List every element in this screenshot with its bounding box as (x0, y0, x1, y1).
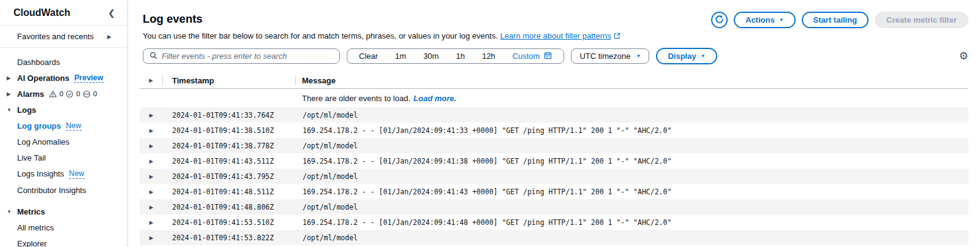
range-1h-button[interactable]: 1h (447, 51, 473, 61)
display-button[interactable]: Display ▼︎ (656, 48, 717, 64)
expand-row-button[interactable]: ▶︎ (140, 158, 163, 164)
start-tailing-button[interactable]: Start tailing (802, 12, 869, 28)
expand-row-button[interactable]: ▶︎ (140, 112, 163, 118)
chevron-down-icon: ▼︎ (7, 107, 17, 113)
caret-down-icon: ▼︎ (636, 53, 641, 59)
timezone-dropdown[interactable]: UTC timezone ▼︎ (571, 48, 649, 64)
table-row: ▶︎ 2024-01-01T09:41:53.510Z 169.254.178.… (140, 215, 968, 230)
external-link-icon (614, 32, 620, 41)
timestamp-column-header: Timestamp (163, 76, 295, 85)
chevron-right-icon: ▶︎ (149, 173, 154, 180)
chevron-right-icon: ▶︎ (7, 75, 17, 81)
refresh-icon (715, 15, 724, 26)
sidebar-item-ai-operations[interactable]: ▶︎ AI Operations Preview (0, 70, 127, 86)
chevron-right-icon: ▶︎ (149, 189, 154, 195)
refresh-button[interactable] (711, 12, 728, 28)
search-icon (149, 51, 157, 61)
log-message: /opt/ml/model (296, 111, 968, 120)
warning-triangle-icon (49, 90, 57, 98)
caret-down-icon: ▼︎ (779, 17, 784, 23)
expand-row-button[interactable]: ▶︎ (140, 127, 163, 134)
filter-events-search[interactable] (143, 48, 340, 64)
chevron-right-icon: ▶︎ (149, 235, 154, 241)
chevron-down-icon: ▼︎ (7, 209, 17, 215)
chevron-right-icon: ▶︎ (7, 91, 17, 97)
alarm-status-counts: 0 0 0 (49, 90, 97, 98)
sidebar-header: CloudWatch ❮︎ (0, 0, 127, 25)
actions-button[interactable]: Actions ▼︎ (734, 12, 796, 28)
app-title: CloudWatch (13, 7, 70, 18)
collapse-sidebar-icon[interactable]: ❮︎ (108, 9, 115, 17)
table-row: ▶︎ 2024-01-01T09:41:38.510Z 169.254.178.… (140, 123, 968, 138)
log-rows: ▶︎ 2024-01-01T09:41:33.764Z /opt/ml/mode… (140, 107, 968, 245)
log-message: /opt/ml/model (296, 142, 968, 150)
time-range-control: Clear 1m 30m 1h 12h Custom (347, 48, 564, 64)
chevron-right-icon: ▶︎ (149, 158, 154, 164)
log-message: 169.254.178.2 - - [01/Jan/2024:09:41:38 … (296, 157, 968, 165)
create-metric-filter-button[interactable]: Create metric filter (875, 12, 968, 28)
header-actions: Actions ▼︎ Start tailing Create metric f… (711, 12, 968, 28)
sidebar-item-alarms[interactable]: ▶︎ Alarms 0 0 0 (0, 86, 127, 102)
preferences-gear-icon[interactable]: ⚙︎ (959, 51, 968, 61)
expand-row-button[interactable]: ▶︎ (140, 235, 163, 241)
chevron-right-icon: ▶︎ (149, 143, 154, 149)
table-row: ▶︎ 2024-01-01T09:41:33.764Z /opt/ml/mode… (140, 107, 968, 123)
sidebar-item-log-anomalies[interactable]: Log Anomalies (0, 134, 127, 150)
sidebar: CloudWatch ❮︎ Favorites and recents ▶︎ D… (0, 0, 128, 247)
new-badge[interactable]: New (66, 121, 81, 131)
log-timestamp: 2024-01-01T09:41:38.510Z (163, 126, 296, 135)
range-30m-button[interactable]: 30m (415, 51, 447, 61)
page-description: You can use the filter bar below to sear… (143, 31, 968, 41)
expand-row-button[interactable]: ▶︎ (140, 189, 163, 195)
clear-range-button[interactable]: Clear (350, 51, 386, 61)
expand-row-button[interactable]: ▶︎ (140, 143, 163, 149)
expand-all-button[interactable]: ▶︎ (140, 77, 162, 83)
chevron-right-icon: ▶︎ (149, 219, 154, 226)
sidebar-item-all-metrics[interactable]: All metrics (0, 219, 127, 235)
log-timestamp: 2024-01-01T09:41:48.511Z (163, 188, 296, 196)
expand-row-button[interactable]: ▶︎ (140, 204, 163, 210)
ok-count: 0 (76, 90, 80, 97)
page-header: Log events You can use the filter bar be… (129, 0, 980, 41)
sidebar-item-dashboards[interactable]: Dashboards (0, 54, 127, 70)
older-events-row: There are older events to load. Load mor… (140, 89, 968, 107)
log-message: /opt/ml/model (296, 203, 968, 211)
log-message: 169.254.178.2 - - [01/Jan/2024:09:41:48 … (296, 218, 968, 227)
chevron-right-icon: ▶︎ (107, 34, 111, 40)
table-row: ▶︎ 2024-01-01T09:41:43.795Z /opt/ml/mode… (140, 169, 968, 184)
table-row: ▶︎ 2024-01-01T09:41:48.806Z /opt/ml/mode… (140, 199, 968, 215)
sidebar-item-log-groups[interactable]: Log groups New (0, 118, 127, 134)
caret-down-icon: ▼︎ (701, 53, 706, 59)
log-timestamp: 2024-01-01T09:41:38.778Z (163, 142, 296, 150)
favorites-label: Favorites and recents (17, 32, 94, 41)
log-message: /opt/ml/model (296, 172, 968, 181)
sidebar-item-live-tail[interactable]: Live Tail (0, 150, 127, 166)
log-timestamp: 2024-01-01T09:41:53.510Z (163, 218, 296, 227)
older-events-text: There are older events to load. (302, 94, 410, 103)
new-badge[interactable]: New (69, 169, 85, 178)
search-input[interactable] (162, 51, 333, 61)
learn-more-link[interactable]: Learn more about filter patterns (500, 31, 611, 40)
custom-range-button[interactable]: Custom (504, 51, 561, 61)
table-row: ▶︎ 2024-01-01T09:41:43.511Z 169.254.178.… (140, 153, 968, 169)
preview-badge[interactable]: Preview (74, 74, 103, 83)
range-12h-button[interactable]: 12h (473, 51, 504, 61)
sidebar-item-logs[interactable]: ▼︎ Logs (0, 102, 127, 118)
load-more-link[interactable]: Load more. (413, 94, 456, 103)
expand-row-button[interactable]: ▶︎ (140, 173, 163, 180)
table-row: ▶︎ 2024-01-01T09:41:48.511Z 169.254.178.… (140, 184, 968, 199)
sidebar-item-metrics[interactable]: ▼︎ Metrics (0, 203, 127, 219)
sidebar-item-explorer[interactable]: Explorer (0, 235, 127, 247)
sidebar-item-logs-insights[interactable]: Logs Insights New (0, 166, 127, 182)
sidebar-item-favorites[interactable]: Favorites and recents ▶︎ (0, 26, 127, 47)
calendar-icon (544, 51, 552, 61)
range-1m-button[interactable]: 1m (386, 51, 415, 61)
sidebar-item-contributor-insights[interactable]: Contributor Insights (0, 182, 127, 198)
expand-row-button[interactable]: ▶︎ (140, 219, 163, 226)
log-events-table: ▶︎ Timestamp Message There are older eve… (140, 72, 968, 245)
table-row: ▶︎ 2024-01-01T09:41:53.822Z /opt/ml/mode… (140, 230, 968, 245)
chevron-right-icon: ▶︎ (149, 77, 153, 83)
sidebar-nav: Dashboards ▶︎ AI Operations Preview ▶︎ A… (0, 48, 127, 247)
log-timestamp: 2024-01-01T09:41:43.795Z (163, 172, 296, 181)
ellipsis-circle-icon (83, 90, 91, 98)
